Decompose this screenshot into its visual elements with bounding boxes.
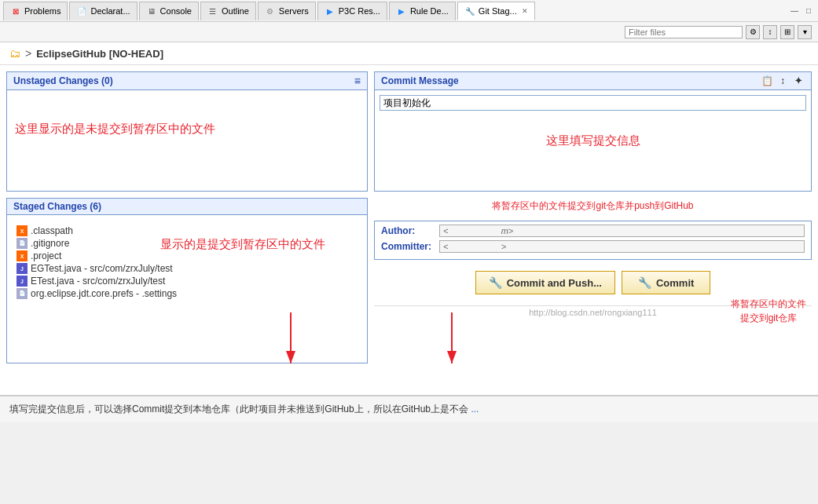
bottom-text: 填写完提交信息后，可以选择Commit提交到本地仓库（此时项目并未推送到GitH… bbox=[9, 404, 468, 415]
filter-dropdown-btn[interactable]: ▾ bbox=[798, 25, 812, 39]
commit-header-icons: 📋 ↕ ✦ bbox=[761, 75, 805, 87]
file-name-prefs: org.eclipse.jdt.core.prefs - .settings bbox=[31, 288, 177, 299]
commit-label: Commit bbox=[656, 277, 694, 289]
tab-outline[interactable]: ☰ Outline bbox=[200, 2, 256, 20]
tab-rulede-label: Rule De... bbox=[410, 6, 449, 16]
left-panel: Unstaged Changes (0) ≡ 这里显示的是未提交到暂存区中的文件… bbox=[6, 71, 368, 389]
list-item: 📄 org.eclipse.jdt.core.prefs - .settings bbox=[13, 287, 361, 300]
servers-icon: ⚙ bbox=[265, 5, 276, 16]
unstaged-header-title: Unstaged Changes (0) bbox=[13, 75, 113, 86]
gitstag-icon: 🔧 bbox=[464, 5, 475, 16]
minimize-btn[interactable]: — bbox=[788, 5, 801, 17]
filter-btn-2[interactable]: ↕ bbox=[763, 25, 777, 39]
staged-content: X .classpath 📄 .gitignore X .project bbox=[6, 214, 368, 363]
author-row: Author: < m> bbox=[381, 225, 805, 237]
file-icon-egtest: J bbox=[17, 263, 28, 274]
sort-icon[interactable]: ≡ bbox=[354, 75, 361, 87]
file-icon-etest: J bbox=[17, 276, 28, 287]
author-label: Author: bbox=[381, 225, 436, 236]
commit-icon-1[interactable]: 📋 bbox=[761, 75, 773, 87]
tab-problems[interactable]: ⊠ Problems bbox=[3, 2, 68, 20]
commit-message-annotation: 这里填写提交信息 bbox=[546, 133, 640, 148]
tab-problems-label: Problems bbox=[24, 6, 61, 16]
list-item: J EGTest.java - src/com/zrxJuly/test bbox=[13, 262, 361, 275]
breadcrumb: 🗂 > EclipseGitHub [NO-HEAD] bbox=[0, 42, 818, 65]
filter-btn-3[interactable]: ⊞ bbox=[780, 25, 794, 39]
problems-icon: ⊠ bbox=[10, 5, 21, 16]
right-panel: Commit Message 📋 ↕ ✦ 这里填写提交信息 将暂存区中的文件提交… bbox=[374, 71, 812, 389]
committer-row: Committer: < > bbox=[381, 240, 805, 253]
staged-header-title: Staged Changes (6) bbox=[13, 201, 101, 212]
file-name-classpath: .classpath bbox=[31, 225, 73, 236]
unstaged-header: Unstaged Changes (0) ≡ bbox=[6, 71, 368, 89]
filter-btn-1[interactable]: ⚙ bbox=[746, 25, 760, 39]
tab-gitstag-label: Git Stag... bbox=[479, 6, 517, 16]
watermark-text: http://blog.csdn.net/rongxiang111 bbox=[529, 308, 657, 317]
tab-bar-actions: — □ bbox=[788, 5, 815, 17]
file-icon-prefs: 📄 bbox=[17, 288, 28, 299]
tab-outline-label: Outline bbox=[222, 6, 249, 16]
console-icon: 🖥 bbox=[146, 5, 157, 16]
tab-p3c[interactable]: ▶ P3C Res... bbox=[317, 2, 387, 20]
file-list: X .classpath 📄 .gitignore X .project bbox=[13, 221, 361, 303]
commit-icon-2[interactable]: ↕ bbox=[776, 75, 789, 87]
filter-input[interactable] bbox=[625, 26, 743, 38]
tab-servers-label: Servers bbox=[279, 6, 309, 16]
tab-p3c-label: P3C Res... bbox=[339, 6, 380, 16]
committer-label: Committer: bbox=[381, 241, 436, 252]
file-name-etest: ETest.java - src/com/zrxJuly/test bbox=[31, 276, 165, 287]
commit-push-label: Commit and Push... bbox=[507, 277, 602, 289]
push-annotation-area: 将暂存区中的文件提交到git仓库并push到GitHub bbox=[374, 198, 812, 214]
commit-message-content: 这里填写提交信息 bbox=[374, 89, 812, 192]
tab-rulede[interactable]: ▶ Rule De... bbox=[389, 2, 456, 20]
breadcrumb-separator: > bbox=[25, 47, 31, 60]
commit-message-input[interactable] bbox=[380, 95, 806, 111]
tab-console-label: Console bbox=[160, 6, 192, 16]
file-icon-project: X bbox=[17, 250, 28, 261]
tab-gitstag[interactable]: 🔧 Git Stag... ✕ bbox=[457, 2, 535, 20]
commit-only-annotation: 将暂存区中的文件 提交到git仓库 bbox=[731, 297, 806, 325]
staged-section: Staged Changes (6) X .classpath 📄 .gitig… bbox=[6, 198, 368, 363]
commit-header: Commit Message 📋 ↕ ✦ bbox=[374, 71, 812, 89]
staged-annotation: 显示的是提交到暂存区中的文件 bbox=[160, 237, 325, 252]
unstaged-section: Unstaged Changes (0) ≡ 这里显示的是未提交到暂存区中的文件 bbox=[6, 71, 368, 192]
outline-icon: ☰ bbox=[207, 5, 218, 16]
declarations-icon: 📄 bbox=[76, 5, 87, 16]
tab-servers[interactable]: ⚙ Servers bbox=[258, 2, 316, 20]
commit-push-button[interactable]: 🔧 Commit and Push... bbox=[475, 271, 615, 294]
file-icon-classpath: X bbox=[17, 225, 28, 236]
breadcrumb-icon: 🗂 bbox=[9, 47, 20, 60]
tab-console[interactable]: 🖥 Console bbox=[139, 2, 199, 20]
staged-header: Staged Changes (6) bbox=[6, 198, 368, 214]
file-name-gitignore: .gitignore bbox=[31, 238, 69, 249]
unstaged-content: 这里显示的是未提交到暂存区中的文件 bbox=[6, 89, 368, 192]
commit-push-icon: 🔧 bbox=[489, 276, 502, 289]
filter-row: ⚙ ↕ ⊞ ▾ bbox=[0, 22, 818, 42]
rulede-icon: ▶ bbox=[396, 5, 407, 16]
list-item: X .classpath bbox=[13, 225, 361, 237]
commit-header-title: Commit Message bbox=[381, 75, 459, 86]
commit-icon: 🔧 bbox=[638, 276, 651, 289]
content-area: Unstaged Changes (0) ≡ 这里显示的是未提交到暂存区中的文件… bbox=[0, 65, 818, 395]
file-name-project: .project bbox=[31, 250, 61, 261]
author-area: Author: < m> Committer: < > bbox=[374, 221, 812, 260]
file-icon-gitignore: 📄 bbox=[17, 238, 28, 249]
main-container: ⊠ Problems 📄 Declarat... 🖥 Console ☰ Out… bbox=[0, 0, 818, 422]
author-value: < m> bbox=[439, 225, 805, 237]
breadcrumb-project: EclipseGitHub [NO-HEAD] bbox=[36, 48, 163, 60]
commit-button[interactable]: 🔧 Commit bbox=[622, 271, 710, 294]
tab-declarations-label: Declarat... bbox=[90, 6, 130, 16]
bottom-text-continued: ... bbox=[471, 404, 479, 415]
bottom-area: 填写完提交信息后，可以选择Commit提交到本地仓库（此时项目并未推送到GitH… bbox=[0, 395, 818, 422]
tab-close-icon[interactable]: ✕ bbox=[522, 7, 528, 15]
tab-bar: ⊠ Problems 📄 Declarat... 🖥 Console ☰ Out… bbox=[0, 0, 818, 22]
list-item: J ETest.java - src/com/zrxJuly/test bbox=[13, 275, 361, 287]
maximize-btn[interactable]: □ bbox=[802, 5, 815, 17]
committer-value: < > bbox=[439, 240, 805, 253]
push-annotation-text: 将暂存区中的文件提交到git仓库并push到GitHub bbox=[492, 200, 693, 211]
commit-section: Commit Message 📋 ↕ ✦ 这里填写提交信息 bbox=[374, 71, 812, 192]
button-row: 🔧 Commit and Push... 🔧 Commit bbox=[374, 266, 812, 299]
tab-declarations[interactable]: 📄 Declarat... bbox=[69, 2, 137, 20]
commit-icon-3[interactable]: ✦ bbox=[792, 75, 805, 87]
file-name-egtest: EGTest.java - src/com/zrxJuly/test bbox=[31, 263, 173, 274]
